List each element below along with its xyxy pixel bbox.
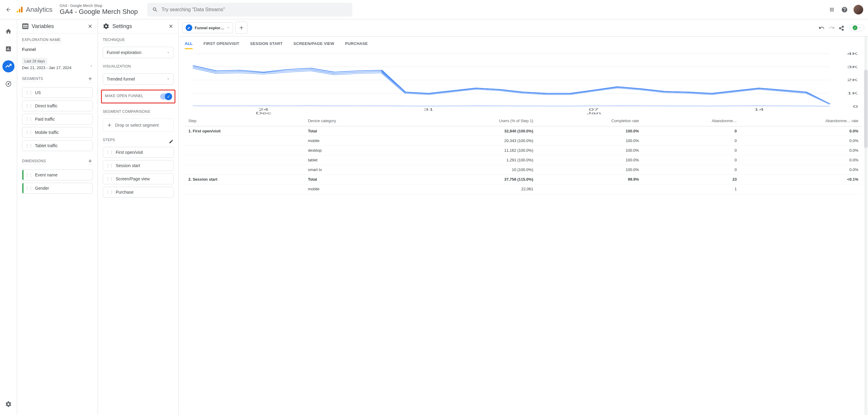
svg-text:Jan: Jan	[587, 111, 601, 115]
help-icon[interactable]	[841, 6, 848, 13]
svg-text:0: 0	[853, 105, 858, 108]
svg-text:3K: 3K	[847, 65, 858, 69]
open-funnel-toggle[interactable]: ✓	[160, 93, 172, 99]
scrollbar-thumb[interactable]	[864, 70, 868, 148]
segment-chip[interactable]: ⋮⋮Mobile traffic	[22, 127, 93, 138]
table-row[interactable]: desktop11,162 (100.0%)100.0%00.0%	[185, 146, 862, 155]
technique-select[interactable]: Funnel exploration	[103, 47, 174, 58]
property-small-label: GA4 - Google Merch Shop	[60, 4, 138, 8]
dimension-chip[interactable]: ⋮⋮Event name	[22, 170, 93, 180]
table-header: Users (% of Step 1)	[411, 116, 537, 126]
chart-tab[interactable]: PURCHASE	[345, 41, 368, 49]
open-funnel-highlight: MAKE OPEN FUNNEL ✓	[101, 90, 176, 103]
variables-close-icon[interactable]	[87, 24, 93, 29]
nav-admin[interactable]	[2, 398, 14, 410]
chip-label: US	[35, 90, 41, 95]
add-segment-button[interactable]	[87, 76, 93, 83]
chart-tab[interactable]: SCREEN/PAGE VIEW	[293, 41, 334, 49]
svg-text:14: 14	[754, 108, 764, 111]
chart-step-tabs: ALLFIRST OPEN/VISITSESSION STARTSCREEN/P…	[185, 41, 862, 49]
search-input[interactable]	[161, 7, 347, 12]
avatar[interactable]	[854, 5, 863, 14]
exploration-tab[interactable]: Funnel explor…	[182, 22, 233, 33]
segment-chip[interactable]: ⋮⋮US	[22, 87, 93, 98]
technique-label: TECHNIQUE	[103, 38, 125, 43]
drag-handle-icon: ⋮⋮	[25, 117, 33, 121]
segment-chip[interactable]: ⋮⋮Direct traffic	[22, 100, 93, 111]
logo[interactable]: Analytics	[16, 6, 53, 13]
drag-handle-icon: ⋮⋮	[25, 104, 33, 108]
segment-chip[interactable]: ⋮⋮Paid traffic	[22, 114, 93, 124]
drag-handle-icon: ⋮⋮	[25, 173, 33, 177]
step-chip[interactable]: ⋮⋮First open/visit	[103, 147, 174, 158]
step-chip[interactable]: ⋮⋮Session start	[103, 160, 174, 171]
search-bar[interactable]	[147, 3, 352, 17]
segment-comparisons-label: SEGMENT COMPARISONS	[103, 110, 150, 115]
property-selector[interactable]: GA4 - Google Merch Shop GA4 - Google Mer…	[60, 4, 138, 16]
table-row[interactable]: 1. First open/visitTotal32,840 (100.0%)1…	[185, 126, 862, 136]
segment-drop-area[interactable]: Drop or select segment	[103, 119, 174, 132]
table-header: Completion rate	[537, 116, 643, 126]
share-button[interactable]	[839, 25, 845, 31]
visualization-label: VISUALIZATION	[103, 64, 131, 70]
dimensions-label: DIMENSIONS	[22, 159, 46, 165]
variables-panel: Variables EXPLORATION NAME: Funnel Last …	[17, 19, 98, 415]
open-funnel-label: MAKE OPEN FUNNEL	[105, 94, 144, 99]
canvas: Funnel explor… ✓ ALLFIRST OPEN/VISITSESS…	[179, 19, 868, 415]
table-row[interactable]: mobile22,0611	[185, 184, 862, 194]
table-row[interactable]: tablet1,291 (100.0%)100.0%00.0%	[185, 155, 862, 165]
svg-point-4	[7, 83, 9, 85]
table-header: Abandonme…	[643, 116, 741, 126]
property-large-label: GA4 - Google Merch Shop	[60, 8, 138, 16]
status-pill[interactable]: ✓	[849, 24, 864, 31]
step-chip[interactable]: ⋮⋮Purchase	[103, 187, 174, 198]
chart-tab[interactable]: ALL	[185, 41, 193, 49]
analytics-logo-icon	[16, 6, 24, 13]
chevron-down-icon	[167, 51, 170, 54]
chevron-down-icon	[167, 78, 170, 81]
back-button[interactable]	[5, 6, 12, 13]
svg-rect-1	[19, 8, 21, 12]
chip-label: Paid traffic	[35, 117, 55, 122]
variables-title: Variables	[32, 23, 54, 30]
date-range-selector[interactable]: Last 28 days Dec 21, 2023 - Jan 17, 2024	[22, 58, 93, 74]
chart-tab[interactable]: SESSION START	[250, 41, 283, 49]
settings-close-icon[interactable]	[168, 24, 174, 29]
redo-button[interactable]	[829, 25, 835, 31]
nav-advertising[interactable]	[2, 78, 14, 90]
technique-value: Funnel exploration	[107, 50, 141, 55]
table-row[interactable]: 2. Session startTotal37,758 (115.0%)99.9…	[185, 175, 862, 184]
nav-rail	[0, 19, 17, 415]
table-row[interactable]: smart tv10 (100.0%)100.0%00.0%	[185, 165, 862, 175]
plus-icon	[107, 122, 112, 128]
analytics-title: Analytics	[26, 6, 53, 13]
app-header: Analytics GA4 - Google Merch Shop GA4 - …	[0, 0, 868, 19]
table-row[interactable]: mobile20,343 (100.0%)100.0%00.0%	[185, 136, 862, 146]
visualization-select[interactable]: Trended funnel	[103, 73, 174, 85]
dimension-chip[interactable]: ⋮⋮Gender	[22, 183, 93, 194]
edit-steps-button[interactable]	[169, 139, 174, 144]
drop-text: Drop or select segment	[115, 123, 159, 127]
exploration-name-input[interactable]: Funnel	[22, 47, 93, 52]
chip-label: Gender	[35, 186, 49, 190]
chart-tab[interactable]: FIRST OPEN/VISIT	[204, 41, 239, 49]
drag-handle-icon: ⋮⋮	[25, 130, 33, 135]
nav-reports[interactable]	[2, 43, 14, 55]
drag-handle-icon: ⋮⋮	[106, 164, 113, 168]
apps-icon[interactable]	[828, 6, 835, 13]
svg-rect-0	[17, 10, 18, 13]
chip-label: Tablet traffic	[35, 143, 58, 148]
svg-text:2K: 2K	[847, 79, 858, 82]
svg-text:07: 07	[589, 108, 599, 111]
drag-handle-icon: ⋮⋮	[106, 150, 113, 154]
add-tab-button[interactable]	[236, 22, 247, 34]
undo-button[interactable]	[818, 25, 825, 31]
steps-label: STEPS	[103, 138, 115, 143]
step-chip[interactable]: ⋮⋮Screen/Page view	[103, 173, 174, 184]
nav-explore[interactable]	[2, 60, 14, 72]
nav-home[interactable]	[2, 25, 14, 37]
drag-handle-icon: ⋮⋮	[106, 177, 113, 181]
add-dimension-button[interactable]	[87, 158, 93, 165]
table-header: Device category	[304, 116, 411, 126]
segment-chip[interactable]: ⋮⋮Tablet traffic	[22, 140, 93, 151]
